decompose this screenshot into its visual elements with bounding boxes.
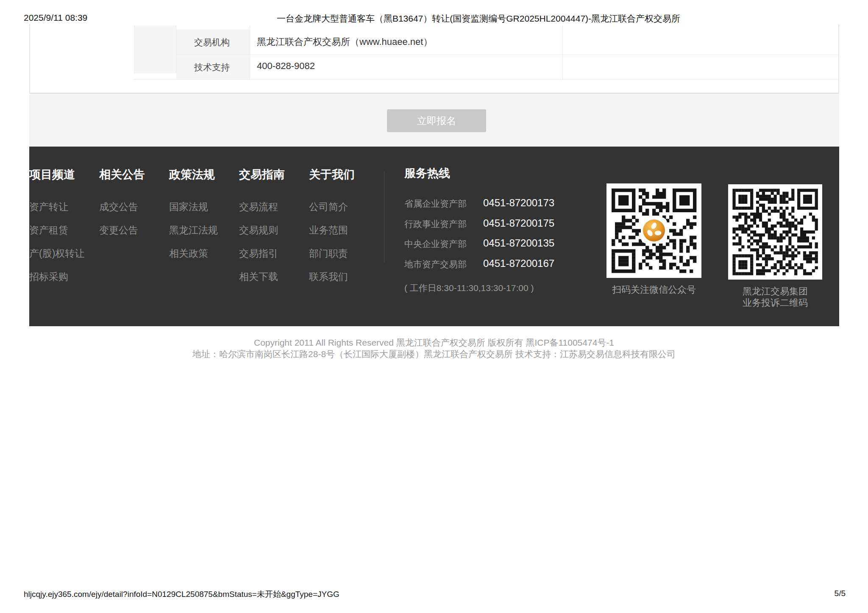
footer-link[interactable]: 资产租赁: [29, 224, 68, 237]
footer-link[interactable]: 成交公告: [99, 200, 138, 214]
footer-column-title: 关于我们: [309, 167, 355, 182]
footer-link[interactable]: 变更公告: [99, 224, 138, 237]
table-border: [134, 79, 839, 80]
hotline-phone: 0451-87200173: [483, 197, 554, 209]
footer-link[interactable]: 交易指引: [239, 247, 278, 260]
footer-column-1: 项目频道资产转让资产租赁产(股)权转让招标采购: [29, 147, 98, 326]
print-source-url: hljcqjy.ejy365.com/ejy/detail?infoId=N01…: [24, 589, 339, 600]
exchange-logo-icon: [640, 217, 668, 244]
footer-link[interactable]: 部门职责: [309, 247, 348, 260]
hotline-phone: 0451-87200167: [483, 258, 554, 269]
print-date: 2025/9/11 08:39: [24, 13, 87, 23]
cta-section: 立即报名: [29, 94, 839, 147]
table-label-support: 技术支持: [194, 61, 230, 73]
footer-divider: [384, 171, 384, 263]
footer-link[interactable]: 相关政策: [169, 247, 208, 260]
print-page-number: 5/5: [835, 589, 846, 598]
hotline-working-hours: ( 工作日8:30-11:30,13:30-17:00 ): [404, 282, 534, 294]
qr-code-complaint: [728, 184, 822, 280]
hotline-phone: 0451-87200175: [483, 217, 554, 229]
footer-link[interactable]: 业务范围: [309, 224, 348, 237]
footer-link[interactable]: 相关下载: [239, 270, 278, 283]
hotline-phone: 0451-87200135: [483, 237, 554, 249]
qr-complaint-caption-line1: 黑龙江交易集团: [724, 285, 826, 298]
hotline-dept: 行政事业资产部: [404, 218, 467, 230]
footer-column-title: 政策法规: [169, 167, 215, 182]
footer-link[interactable]: 产(股)权转让: [29, 247, 84, 260]
footer-link[interactable]: 公司简介: [309, 200, 348, 214]
hotline-dept: 中央企业资产部: [404, 238, 467, 250]
table-value-exchange: 黑龙江联合产权交易所（www.huaee.net）: [257, 36, 432, 48]
footer-column-title: 相关公告: [99, 167, 145, 182]
qr-code-wechat: [606, 183, 701, 278]
hotline-dept: 省属企业资产部: [404, 198, 467, 210]
footer-column-title: 项目频道: [29, 167, 75, 182]
table-border: [562, 25, 563, 79]
footer-column-4: 交易指南交易流程交易规则交易指引相关下载: [239, 147, 308, 326]
footer-column-2: 相关公告成交公告变更公告: [99, 147, 168, 326]
qr-wechat-caption: 扫码关注微信公众号: [602, 283, 706, 296]
footer-link[interactable]: 国家法规: [169, 200, 208, 214]
copyright-line1: Copyright 2011 All Rights Reserved 黑龙江联合…: [0, 337, 868, 349]
footer-column-5: 关于我们公司简介业务范围部门职责联系我们: [309, 147, 378, 326]
print-page-title: 一台金龙牌大型普通客车（黑B13647）转让(国资监测编号GR2025HL200…: [182, 13, 775, 25]
table-value-support: 400-828-9082: [257, 61, 315, 72]
table-border: [250, 25, 250, 79]
footer-link[interactable]: 交易规则: [239, 224, 278, 237]
print-preview-page: 2025/9/11 08:39 一台金龙牌大型普通客车（黑B13647）转让(国…: [0, 0, 868, 613]
table-label-exchange: 交易机构: [194, 36, 230, 48]
site-footer: 服务热线 ( 工作日8:30-11:30,13:30-17:00 ): [29, 147, 839, 326]
footer-link[interactable]: 联系我们: [309, 270, 348, 283]
sign-up-button[interactable]: 立即报名: [387, 109, 486, 132]
hotline-title: 服务热线: [404, 166, 450, 181]
footer-link[interactable]: 交易流程: [239, 200, 278, 214]
hotline-dept: 地市资产交易部: [404, 258, 467, 270]
qr-complaint-caption-line2: 业务投诉二维码: [724, 297, 826, 309]
footer-link[interactable]: 黑龙江法规: [169, 224, 218, 237]
footer-column-3: 政策法规国家法规黑龙江法规相关政策: [169, 147, 238, 326]
copyright-line2: 地址：哈尔滨市南岗区长江路28-8号（长江国际大厦副楼）黑龙江联合产权交易所 技…: [0, 348, 868, 360]
table-rowspan-cell: [134, 25, 176, 73]
footer-link[interactable]: 资产转让: [29, 200, 68, 214]
footer-link[interactable]: 招标采购: [29, 270, 68, 283]
footer-column-title: 交易指南: [239, 167, 285, 182]
table-border: [176, 55, 839, 55]
